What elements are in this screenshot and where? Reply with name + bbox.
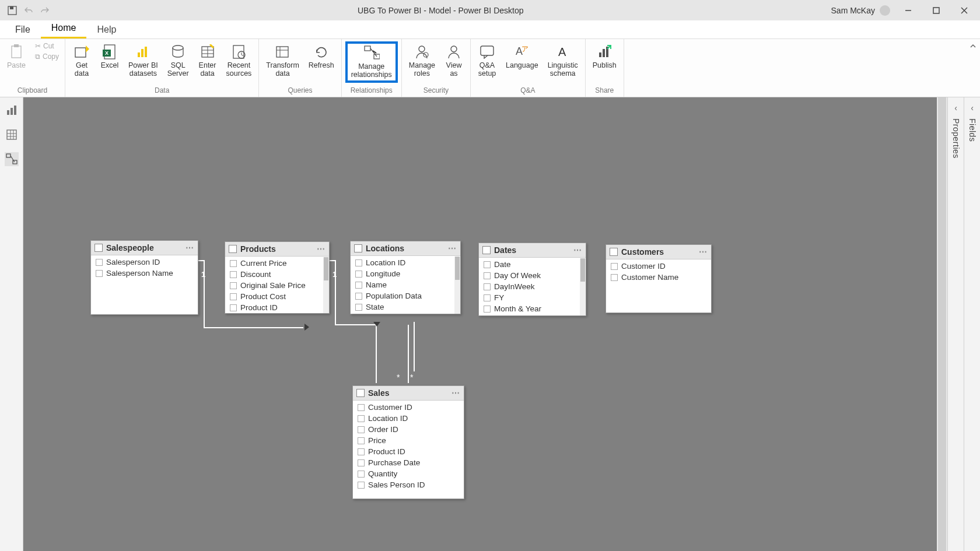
recent-sources-button[interactable]: Recent sources [223, 41, 256, 80]
chevron-left-icon: ‹ [954, 103, 957, 113]
group-label-data: Data [155, 86, 169, 96]
field-row[interactable]: Sales Person ID [353, 479, 464, 490]
redo-icon[interactable] [40, 5, 50, 16]
tab-file[interactable]: File [5, 21, 41, 38]
ribbon-group-qa: Q&A setup Aア Language A Linguistic schem… [471, 39, 586, 97]
field-row[interactable]: Customer ID [353, 402, 464, 413]
field-row[interactable]: Customer Name [606, 272, 711, 283]
field-row[interactable]: Current Price [225, 258, 329, 269]
field-row[interactable]: State [351, 301, 460, 313]
table-icon [610, 248, 618, 256]
field-row[interactable]: Salesperson ID [91, 257, 198, 268]
table-customers[interactable]: Customers⋯ Customer ID Customer Name [606, 244, 712, 313]
field-icon [611, 263, 618, 270]
field-row[interactable]: Product ID [353, 446, 464, 457]
manage-relationships-button[interactable]: Manage relationships [345, 41, 398, 83]
excel-button[interactable]: X Excel [97, 41, 123, 72]
minimize-button[interactable] [898, 3, 918, 17]
language-button[interactable]: Aア Language [502, 41, 542, 72]
close-button[interactable] [954, 3, 974, 17]
field-row[interactable]: Date [479, 259, 586, 270]
svg-rect-27 [365, 46, 370, 51]
field-row[interactable]: Month & Year [479, 303, 586, 314]
table-products[interactable]: Products⋯ Current Price Discount Origina… [225, 241, 330, 314]
field-row[interactable]: Order ID [353, 424, 464, 435]
field-row[interactable]: Population Data [351, 290, 460, 301]
field-icon [484, 283, 491, 290]
field-row[interactable]: Product ID [225, 302, 329, 313]
field-row[interactable]: Purchase Date [353, 457, 464, 468]
field-row[interactable]: Customer ID [606, 261, 711, 272]
relationship-arrow-icon [373, 322, 380, 327]
table-icon [94, 244, 103, 252]
linguistic-schema-button[interactable]: A Linguistic schema [544, 41, 582, 80]
get-data-button[interactable]: Get data [69, 41, 94, 80]
view-switch-bar [0, 97, 23, 551]
field-row[interactable]: Location ID [353, 413, 464, 424]
table-dates[interactable]: Dates⋯ Date Day Of Week DayInWeek FY Mon… [478, 243, 586, 316]
language-icon: Aア [514, 44, 530, 60]
field-row[interactable]: Longitude [351, 268, 460, 279]
field-row[interactable]: Salesperson Name [91, 268, 198, 279]
table-menu-button[interactable]: ⋯ [452, 388, 460, 398]
field-row[interactable]: Product Cost [225, 291, 329, 302]
pbi-datasets-icon [135, 44, 151, 60]
ribbon-collapse-button[interactable] [966, 39, 980, 97]
table-menu-button[interactable]: ⋯ [573, 245, 582, 255]
table-menu-button[interactable]: ⋯ [317, 244, 326, 254]
field-icon [358, 471, 365, 478]
model-view-button[interactable] [5, 152, 19, 166]
pbi-datasets-button[interactable]: Power BI datasets [125, 41, 162, 80]
fields-pane-collapsed[interactable]: ‹ Fields [964, 97, 980, 551]
transform-data-button[interactable]: Transform data [262, 41, 303, 80]
menu-tabs: File Home Help [0, 20, 980, 39]
report-view-button[interactable] [5, 103, 19, 117]
field-row[interactable]: Original Sale Price [225, 280, 329, 291]
table-menu-button[interactable]: ⋯ [448, 244, 457, 253]
cut-button[interactable]: ✂ Cut [33, 41, 61, 51]
undo-icon[interactable] [23, 5, 34, 16]
paste-button[interactable]: Paste [4, 41, 29, 72]
linguistic-schema-icon: A [555, 44, 571, 60]
table-menu-button[interactable]: ⋯ [699, 247, 708, 257]
table-menu-button[interactable]: ⋯ [186, 243, 194, 252]
manage-roles-button[interactable]: Manage roles [405, 41, 439, 80]
field-row[interactable]: Name [351, 279, 460, 290]
copy-button[interactable]: ⧉ Copy [33, 52, 61, 61]
publish-button[interactable]: Publish [589, 41, 620, 72]
qa-setup-button[interactable]: Q&A setup [474, 41, 500, 80]
user-account[interactable]: Sam McKay [831, 5, 890, 16]
table-locations[interactable]: Locations⋯ Location ID Longitude Name Po… [350, 241, 461, 314]
model-canvas[interactable]: 1 1 * * Salespeople⋯ Salesperson ID Sale… [23, 97, 947, 551]
enter-data-button[interactable]: Enter data [195, 41, 220, 80]
table-scrollbar[interactable] [454, 257, 460, 314]
field-row[interactable]: Location ID [351, 257, 460, 268]
field-row[interactable]: Quantity [353, 468, 464, 479]
field-row[interactable]: FY [479, 292, 586, 303]
manage-roles-icon [414, 44, 430, 60]
table-scrollbar[interactable] [323, 257, 329, 313]
table-scrollbar[interactable] [580, 258, 586, 315]
save-icon[interactable] [7, 5, 18, 16]
svg-rect-41 [7, 110, 9, 115]
properties-pane-collapsed[interactable]: ‹ Properties [947, 97, 964, 551]
refresh-button[interactable]: Refresh [305, 41, 338, 72]
table-salespeople[interactable]: Salespeople⋯ Salesperson ID Salesperson … [90, 240, 198, 315]
table-sales[interactable]: Sales⋯ Customer ID Location ID Order ID … [352, 385, 464, 499]
tab-help[interactable]: Help [86, 21, 127, 38]
cardinality-many: * [410, 373, 413, 382]
field-row[interactable]: State Code [351, 313, 460, 314]
field-row[interactable]: DayInWeek [479, 281, 586, 292]
field-row[interactable]: Price [353, 435, 464, 446]
group-label-queries: Queries [288, 86, 312, 96]
field-row[interactable]: Discount [225, 269, 329, 280]
view-as-button[interactable]: View as [441, 41, 467, 80]
field-icon [355, 304, 362, 311]
tab-home[interactable]: Home [41, 19, 87, 38]
data-view-button[interactable] [5, 128, 19, 142]
group-label-share: Share [595, 86, 614, 96]
maximize-button[interactable] [926, 3, 946, 17]
sql-server-button[interactable]: SQL Server [164, 41, 192, 80]
canvas-scrollbar[interactable] [937, 97, 947, 551]
field-row[interactable]: Day Of Week [479, 270, 586, 281]
